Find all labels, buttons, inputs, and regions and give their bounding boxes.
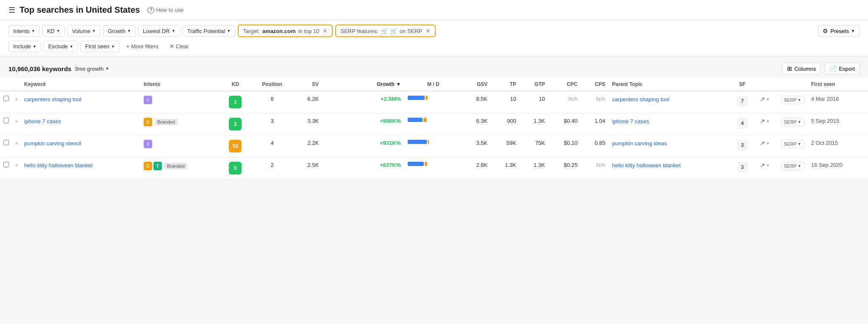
keyword-link[interactable]: carpenters shaping tool — [24, 96, 81, 102]
col-gtp-header[interactable]: GTP — [520, 78, 548, 91]
serp-dropdown[interactable]: SERP ▼ — [781, 96, 804, 104]
growth-filter-label: Growth — [108, 28, 125, 34]
kd-filter[interactable]: KD ▼ — [42, 25, 65, 37]
trend-arrow-icon[interactable]: ▼ — [766, 163, 770, 168]
trend-up-icon[interactable]: ↗ — [760, 140, 765, 147]
col-position-header[interactable]: Position — [251, 78, 293, 91]
row-checkbox[interactable] — [3, 118, 9, 123]
keyword-link[interactable]: iphone 7 cases — [24, 118, 61, 125]
trend-up-icon[interactable]: ↗ — [760, 162, 765, 169]
row-checkbox-cell — [0, 91, 12, 114]
col-cps-header[interactable]: CPS — [581, 78, 609, 91]
serp-dropdown[interactable]: SERP ▼ — [781, 140, 804, 148]
first-seen-filter[interactable]: First seen ▼ — [81, 41, 120, 52]
more-filters-button[interactable]: + More filters — [122, 41, 163, 52]
row-plus-cell: + — [12, 136, 21, 158]
parent-topic-link[interactable]: carpenters shaping tool — [612, 96, 669, 102]
row-checkbox[interactable] — [3, 162, 9, 167]
presets-button[interactable]: ⚙ Presets ▼ — [818, 25, 860, 37]
col-parent-topic-header[interactable]: Parent Topic — [609, 78, 728, 91]
col-cpc-header[interactable]: CPC — [548, 78, 581, 91]
trend-up-icon[interactable]: ↗ — [760, 118, 765, 125]
row-kd-cell: 2 — [220, 114, 251, 136]
row-checkbox[interactable] — [3, 140, 9, 145]
intent-badge-c: C — [144, 118, 152, 126]
row-sparkline-cell — [322, 158, 355, 180]
serp-dropdown[interactable]: SERP ▼ — [781, 118, 804, 126]
row-keyword-cell: iphone 7 cases — [21, 114, 140, 136]
col-kd-header[interactable]: KD — [220, 78, 251, 91]
row-growth-cell: +931K% — [355, 136, 404, 158]
parent-topic-link[interactable]: hello kitty halloween blanket — [612, 162, 681, 169]
col-sv-header[interactable]: SV — [293, 78, 322, 91]
row-growth-cell: +996K% — [355, 114, 404, 136]
row-checkbox[interactable] — [3, 96, 9, 101]
row-intents-cell: I — [140, 91, 220, 114]
row-plus-icon[interactable]: + — [15, 96, 18, 102]
row-gtp-cell: 10 — [520, 91, 548, 114]
kd-filter-label: KD — [47, 28, 55, 34]
keyword-link[interactable]: hello kitty halloween blanket — [24, 162, 93, 169]
table-toolbar-left: 10,960,036 keywords 3mo growth ▼ — [8, 65, 109, 72]
col-sf-header[interactable]: SF — [728, 78, 757, 91]
row-plus-cell: + — [12, 91, 21, 114]
columns-button[interactable]: ⊞ Columns — [782, 63, 821, 75]
trend-arrow-icon[interactable]: ▼ — [766, 97, 770, 102]
row-sparkline-cell — [322, 91, 355, 114]
col-intents-header[interactable]: Intents — [140, 78, 220, 91]
traffic-potential-filter[interactable]: Traffic Potential ▼ — [183, 25, 236, 37]
serp-dropdown[interactable]: SERP ▼ — [781, 162, 804, 170]
col-first-seen-header[interactable]: First seen — [808, 78, 868, 91]
row-serp-cell: SERP ▼ — [778, 114, 808, 136]
target-badge[interactable]: Target: amazon.com in top 10 ✕ — [238, 25, 333, 37]
exclude-filter[interactable]: Exclude ▼ — [44, 41, 78, 52]
parent-topic-link[interactable]: iphone 7 cases — [612, 118, 649, 125]
row-position-cell: 4 — [251, 136, 293, 158]
question-icon: ? — [147, 7, 154, 14]
row-cps-cell: N/A — [581, 91, 609, 114]
volume-filter[interactable]: Volume ▼ — [67, 25, 100, 37]
col-md-header[interactable]: M / D — [404, 78, 462, 91]
growth-filter[interactable]: Growth ▼ — [103, 25, 136, 37]
row-parent-topic-cell: carpenters shaping tool — [609, 91, 728, 114]
table-row: + iphone 7 cases CBranded 2 3 3.3K +996K… — [0, 114, 868, 136]
growth-period-selector[interactable]: 3mo growth ▼ — [75, 66, 109, 72]
filters-row-1: Intents ▼ KD ▼ Volume ▼ Growth ▼ Lowest … — [8, 25, 860, 37]
trend-up-icon[interactable]: ↗ — [760, 96, 765, 102]
table-row: + pumpkin carving stencil I 50 4 2.2K +9… — [0, 136, 868, 158]
lowest-dr-filter[interactable]: Lowest DR ▼ — [138, 25, 180, 37]
col-gsv-header[interactable]: GSV — [462, 78, 491, 91]
row-plus-icon[interactable]: + — [15, 162, 18, 169]
serp-dropdown-arrow: ▼ — [798, 120, 801, 124]
target-position-label: in top 10 — [298, 28, 320, 34]
row-plus-icon[interactable]: + — [15, 140, 18, 147]
include-filter[interactable]: Include ▼ — [8, 41, 41, 52]
export-button[interactable]: 📄 Export — [825, 63, 860, 75]
keyword-link[interactable]: pumpkin carving stencil — [24, 140, 81, 147]
include-arrow-icon: ▼ — [33, 44, 36, 49]
how-to-use-link[interactable]: ? How to use — [147, 7, 184, 14]
intent-badge-i: I — [144, 96, 152, 104]
col-keyword-header[interactable]: Keyword — [21, 78, 140, 91]
hamburger-icon[interactable]: ☰ — [8, 6, 15, 15]
target-close-icon[interactable]: ✕ — [323, 28, 328, 34]
row-position-cell: 8 — [251, 91, 293, 114]
row-cpc-cell: $0.25 — [548, 158, 581, 180]
col-tp-header[interactable]: TP — [491, 78, 520, 91]
parent-topic-link[interactable]: pumpkin carving ideas — [612, 140, 667, 147]
row-sv-cell: 3.3K — [293, 114, 322, 136]
serp-dropdown-arrow: ▼ — [798, 164, 801, 168]
col-checkbox — [0, 78, 12, 91]
row-sv-cell: 2.5K — [293, 158, 322, 180]
row-plus-icon[interactable]: + — [15, 118, 18, 125]
col-growth-header[interactable]: Growth ▼ — [355, 78, 404, 91]
serp-close-icon[interactable]: ✕ — [426, 28, 431, 34]
clear-button[interactable]: ✕ Clear — [165, 41, 193, 52]
growth-period-arrow-icon: ▼ — [105, 66, 109, 71]
row-serp-cell: SERP ▼ — [778, 91, 808, 114]
trend-arrow-icon[interactable]: ▼ — [766, 141, 770, 146]
intents-filter[interactable]: Intents ▼ — [8, 25, 40, 37]
serp-features-badge[interactable]: SERP features: 🛒 🛒 on SERP ✕ — [335, 25, 436, 37]
row-gtp-cell: 1.3K — [520, 114, 548, 136]
trend-arrow-icon[interactable]: ▼ — [766, 119, 770, 124]
